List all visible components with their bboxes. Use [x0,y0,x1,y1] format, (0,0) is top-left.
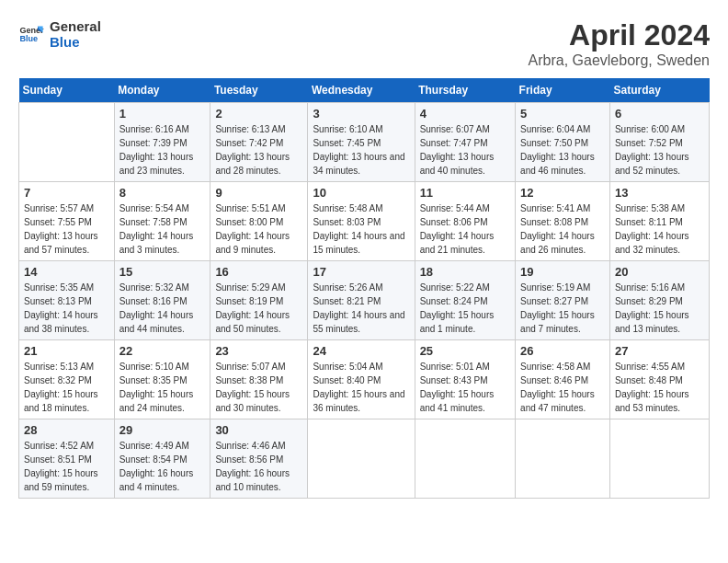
day-number: 1 [119,107,206,121]
page-header: General Blue General Blue April 2024 Arb… [18,18,710,69]
day-number: 2 [215,107,302,121]
day-info: Sunrise: 5:54 AMSunset: 7:58 PMDaylight:… [119,201,206,257]
weekday-header-saturday: Saturday [609,78,709,103]
day-info: Sunrise: 6:00 AMSunset: 7:52 PMDaylight:… [615,122,704,178]
weekday-header-monday: Monday [114,78,210,103]
day-number: 29 [119,423,206,437]
calendar-cell [415,419,515,499]
day-info: Sunrise: 5:35 AMSunset: 8:13 PMDaylight:… [24,281,109,336]
calendar-cell: 5Sunrise: 6:04 AMSunset: 7:50 PMDaylight… [516,103,610,182]
calendar-cell [516,419,610,499]
day-number: 24 [313,344,409,358]
day-info: Sunrise: 5:51 AMSunset: 8:00 PMDaylight:… [215,201,302,257]
day-info: Sunrise: 5:22 AMSunset: 8:24 PMDaylight:… [420,281,510,336]
calendar-cell: 15Sunrise: 5:32 AMSunset: 8:16 PMDayligh… [114,261,210,340]
day-number: 12 [520,186,605,200]
main-title: April 2024 [529,18,710,52]
day-number: 20 [615,265,704,279]
calendar-cell: 12Sunrise: 5:41 AMSunset: 8:08 PMDayligh… [516,182,610,261]
calendar-cell: 19Sunrise: 5:19 AMSunset: 8:27 PMDayligh… [516,261,610,340]
calendar-cell: 13Sunrise: 5:38 AMSunset: 8:11 PMDayligh… [609,182,709,261]
svg-text:Blue: Blue [19,34,38,43]
day-number: 13 [615,186,704,200]
day-info: Sunrise: 5:04 AMSunset: 8:40 PMDaylight:… [313,360,409,415]
calendar-cell: 18Sunrise: 5:22 AMSunset: 8:24 PMDayligh… [415,261,515,340]
day-number: 10 [313,186,409,200]
day-number: 28 [24,423,109,437]
logo-general: General [50,18,101,34]
day-info: Sunrise: 4:46 AMSunset: 8:56 PMDaylight:… [215,439,302,494]
day-info: Sunrise: 5:29 AMSunset: 8:19 PMDaylight:… [215,281,302,336]
day-info: Sunrise: 5:01 AMSunset: 8:43 PMDaylight:… [420,360,510,415]
day-info: Sunrise: 5:10 AMSunset: 8:35 PMDaylight:… [119,360,206,415]
calendar-cell: 7Sunrise: 5:57 AMSunset: 7:55 PMDaylight… [19,182,115,261]
calendar-week-4: 21Sunrise: 5:13 AMSunset: 8:32 PMDayligh… [19,340,710,419]
calendar-cell: 20Sunrise: 5:16 AMSunset: 8:29 PMDayligh… [609,261,709,340]
day-info: Sunrise: 6:13 AMSunset: 7:42 PMDaylight:… [215,122,302,178]
day-info: Sunrise: 5:32 AMSunset: 8:16 PMDaylight:… [119,281,206,336]
logo-blue: Blue [50,34,101,50]
day-number: 22 [119,344,206,358]
title-block: April 2024 Arbra, Gaevleborg, Sweden [529,18,710,69]
day-number: 30 [215,423,302,437]
calendar-cell: 17Sunrise: 5:26 AMSunset: 8:21 PMDayligh… [308,261,415,340]
day-info: Sunrise: 4:58 AMSunset: 8:46 PMDaylight:… [520,360,605,415]
logo-icon: General Blue [18,21,44,47]
day-number: 5 [520,107,605,121]
day-info: Sunrise: 5:57 AMSunset: 7:55 PMDaylight:… [24,201,109,257]
calendar-cell: 25Sunrise: 5:01 AMSunset: 8:43 PMDayligh… [415,340,515,419]
calendar-cell: 16Sunrise: 5:29 AMSunset: 8:19 PMDayligh… [210,261,308,340]
day-number: 6 [615,107,704,121]
calendar-cell: 26Sunrise: 4:58 AMSunset: 8:46 PMDayligh… [516,340,610,419]
day-number: 17 [313,265,409,279]
calendar-week-2: 7Sunrise: 5:57 AMSunset: 7:55 PMDaylight… [19,182,710,261]
day-info: Sunrise: 5:16 AMSunset: 8:29 PMDaylight:… [615,281,704,336]
day-number: 16 [215,265,302,279]
day-number: 19 [520,265,605,279]
calendar-cell: 24Sunrise: 5:04 AMSunset: 8:40 PMDayligh… [308,340,415,419]
day-number: 18 [420,265,510,279]
calendar-week-1: 1Sunrise: 6:16 AMSunset: 7:39 PMDaylight… [19,103,710,182]
day-number: 25 [420,344,510,358]
calendar-cell: 22Sunrise: 5:10 AMSunset: 8:35 PMDayligh… [114,340,210,419]
calendar-cell [308,419,415,499]
calendar-cell: 27Sunrise: 4:55 AMSunset: 8:48 PMDayligh… [609,340,709,419]
calendar-cell: 29Sunrise: 4:49 AMSunset: 8:54 PMDayligh… [114,419,210,499]
weekday-header-tuesday: Tuesday [210,78,308,103]
day-info: Sunrise: 5:38 AMSunset: 8:11 PMDaylight:… [615,201,704,257]
weekday-header-sunday: Sunday [19,78,115,103]
calendar-week-5: 28Sunrise: 4:52 AMSunset: 8:51 PMDayligh… [19,419,710,499]
calendar-cell: 28Sunrise: 4:52 AMSunset: 8:51 PMDayligh… [19,419,115,499]
day-number: 9 [215,186,302,200]
weekday-header-friday: Friday [516,78,610,103]
calendar-cell: 4Sunrise: 6:07 AMSunset: 7:47 PMDaylight… [415,103,515,182]
day-info: Sunrise: 6:04 AMSunset: 7:50 PMDaylight:… [520,122,605,178]
day-number: 21 [24,344,109,358]
weekday-header-thursday: Thursday [415,78,515,103]
calendar-cell: 1Sunrise: 6:16 AMSunset: 7:39 PMDaylight… [114,103,210,182]
day-info: Sunrise: 5:07 AMSunset: 8:38 PMDaylight:… [215,360,302,415]
day-info: Sunrise: 6:07 AMSunset: 7:47 PMDaylight:… [420,122,510,178]
day-info: Sunrise: 6:10 AMSunset: 7:45 PMDaylight:… [313,122,409,178]
day-number: 3 [313,107,409,121]
day-info: Sunrise: 6:16 AMSunset: 7:39 PMDaylight:… [119,122,206,178]
day-number: 8 [119,186,206,200]
calendar-header-row: SundayMondayTuesdayWednesdayThursdayFrid… [19,78,710,103]
calendar-cell: 30Sunrise: 4:46 AMSunset: 8:56 PMDayligh… [210,419,308,499]
day-info: Sunrise: 5:26 AMSunset: 8:21 PMDaylight:… [313,281,409,336]
calendar-cell: 2Sunrise: 6:13 AMSunset: 7:42 PMDaylight… [210,103,308,182]
weekday-header-wednesday: Wednesday [308,78,415,103]
calendar-body: 1Sunrise: 6:16 AMSunset: 7:39 PMDaylight… [19,103,710,499]
calendar-cell: 6Sunrise: 6:00 AMSunset: 7:52 PMDaylight… [609,103,709,182]
calendar-cell: 10Sunrise: 5:48 AMSunset: 8:03 PMDayligh… [308,182,415,261]
day-info: Sunrise: 5:19 AMSunset: 8:27 PMDaylight:… [520,281,605,336]
calendar-cell: 14Sunrise: 5:35 AMSunset: 8:13 PMDayligh… [19,261,115,340]
day-number: 27 [615,344,704,358]
day-number: 26 [520,344,605,358]
subtitle: Arbra, Gaevleborg, Sweden [529,52,710,69]
calendar-cell [609,419,709,499]
calendar-cell: 3Sunrise: 6:10 AMSunset: 7:45 PMDaylight… [308,103,415,182]
day-info: Sunrise: 4:52 AMSunset: 8:51 PMDaylight:… [24,439,109,494]
calendar-cell: 23Sunrise: 5:07 AMSunset: 8:38 PMDayligh… [210,340,308,419]
calendar-cell: 21Sunrise: 5:13 AMSunset: 8:32 PMDayligh… [19,340,115,419]
